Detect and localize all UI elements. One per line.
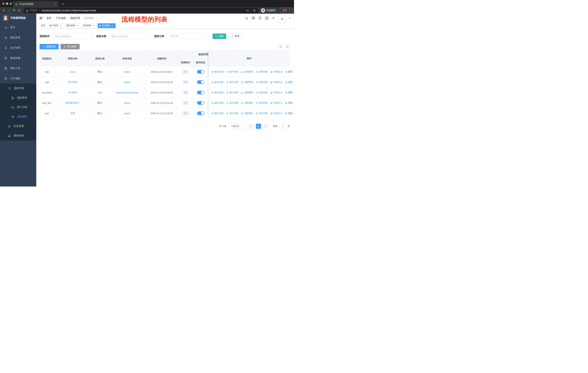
close-tab-icon[interactable]: × [53, 3, 56, 5]
close-window-button[interactable] [2, 2, 5, 5]
active-toggle[interactable] [197, 111, 204, 115]
sidebar-item-6[interactable]: 流程管理 [0, 84, 36, 93]
sidebar-item-8[interactable]: 用户分组 [0, 102, 36, 112]
back-icon[interactable] [1, 8, 6, 13]
model-name-link[interactable]: OA 请假 [68, 91, 77, 94]
action-thumb-link[interactable]: 发布流程 [256, 101, 268, 105]
action-clip-link[interactable]: 流程定义 [270, 112, 283, 115]
filter-name-input[interactable] [109, 33, 151, 39]
sidebar-item-0[interactable]: 首页 [0, 22, 36, 33]
action-gear-link[interactable]: 设计流程 [226, 112, 238, 115]
active-toggle[interactable] [197, 101, 204, 105]
reload-icon[interactable] [12, 8, 16, 13]
tag-1[interactable]: 租户管理× [48, 23, 63, 28]
action-user-fill-link[interactable]: 分配规则 [241, 81, 253, 84]
action-thumb-link[interactable]: 发布流程 [256, 91, 268, 94]
form-link[interactable]: biubiu [124, 71, 130, 73]
page-size-select[interactable]: 10条/页 [229, 124, 246, 129]
breadcrumb-item[interactable]: 首页 [46, 17, 52, 20]
action-clip-link[interactable]: 流程定义 [270, 81, 283, 84]
import-model-button[interactable]: 导入流程 [61, 44, 80, 49]
goto-page-input[interactable] [279, 124, 286, 129]
sidebar-item-4[interactable]: 研发工具 [0, 63, 36, 73]
caret-down-icon[interactable] [289, 17, 291, 19]
url-bar[interactable]: 不安全 dashboard.yudao.iocoder.cn/bpm/manag… [23, 8, 258, 13]
github-icon[interactable] [252, 16, 255, 20]
bookmark-star-icon[interactable] [253, 9, 256, 12]
model-name-link[interactable]: 滔博 [70, 112, 75, 115]
close-tag-icon[interactable]: × [111, 24, 114, 27]
minimize-window-button[interactable] [6, 2, 8, 5]
password-key-icon[interactable] [246, 9, 249, 12]
sidebar-item-11[interactable]: 请假查询 [0, 131, 36, 141]
action-gear-link[interactable]: 设计流程 [226, 81, 238, 84]
refresh-table-button[interactable] [285, 44, 290, 49]
action-thumb-link[interactable]: 发布流程 [256, 70, 268, 73]
close-tag-icon[interactable]: × [76, 24, 78, 27]
tag-0[interactable]: 首页 [39, 23, 47, 28]
sidebar-item-5[interactable]: 工作流程 [0, 73, 36, 84]
sidebar-item-1[interactable]: 系统管理 [0, 33, 36, 43]
update-button[interactable]: 更新 [280, 8, 293, 13]
action-trash-link[interactable]: 删除 [285, 91, 293, 94]
tag-4[interactable]: 流程模型× [98, 23, 116, 28]
toggle-search-button[interactable] [278, 44, 283, 49]
model-name-link[interactable]: 测试多审批人 [65, 101, 80, 104]
active-toggle[interactable] [197, 91, 204, 94]
sidebar-item-2[interactable]: 支付管理 [0, 43, 36, 53]
create-model-button[interactable]: 新建流程 [40, 44, 59, 49]
tag-3[interactable]: 流程表单× [81, 23, 97, 28]
font-size-icon[interactable]: TT [272, 16, 275, 20]
action-pencil-link[interactable]: 修改流程 [211, 70, 223, 73]
sidebar-item-3[interactable]: 基础设施 [0, 53, 36, 63]
filter-category-select[interactable]: 流程分类 [167, 33, 209, 39]
current-page-button[interactable]: 1 [256, 124, 261, 129]
action-thumb-link[interactable]: 发布流程 [256, 81, 268, 84]
model-name-link[interactable]: eeee [70, 71, 75, 73]
sidebar-item-7[interactable]: 流程表单 [0, 93, 36, 102]
collapse-sidebar-icon[interactable] [39, 16, 43, 20]
close-tag-icon[interactable]: × [59, 24, 62, 27]
action-pencil-link[interactable]: 修改流程 [211, 101, 223, 105]
action-clip-link[interactable]: 流程定义 [270, 101, 283, 105]
action-thumb-link[interactable]: 发布流程 [256, 112, 268, 115]
action-clip-link[interactable]: 流程定义 [270, 91, 283, 94]
action-trash-link[interactable]: 删除 [285, 70, 293, 73]
home-icon[interactable] [17, 8, 21, 13]
browser-tab[interactable]: 芋道管理系统 × [13, 1, 58, 7]
forward-icon[interactable] [7, 8, 11, 13]
zoom-window-button[interactable] [10, 2, 12, 5]
action-user-fill-link[interactable]: 分配规则 [241, 112, 253, 115]
breadcrumb-item[interactable]: 流程管理 [70, 17, 80, 20]
breadcrumb-item[interactable]: 工作流程 [56, 17, 66, 20]
help-icon[interactable] [258, 16, 262, 20]
filter-id-input[interactable] [52, 33, 93, 39]
form-link[interactable]: biubiu [124, 102, 130, 104]
fullscreen-icon[interactable] [265, 16, 269, 20]
close-tag-icon[interactable]: × [92, 24, 95, 27]
sidebar-logo-row[interactable]: 芋道管理系统 [0, 14, 36, 22]
action-gear-link[interactable]: 设计流程 [226, 91, 238, 94]
kebab-menu-icon[interactable] [288, 9, 291, 12]
action-clip-link[interactable]: 流程定义 [270, 70, 283, 73]
model-name-link[interactable]: 自己审批 [68, 81, 77, 83]
reset-button[interactable]: 重置 [229, 33, 242, 39]
action-trash-link[interactable]: 删除 [285, 101, 293, 105]
next-page-button[interactable] [263, 124, 268, 129]
action-user-fill-link[interactable]: 分配规则 [241, 101, 253, 105]
action-gear-link[interactable]: 设计流程 [226, 70, 238, 73]
not-secure-warning-icon[interactable] [26, 9, 29, 12]
form-link[interactable]: /bpm/oa/leave/create [116, 91, 138, 94]
avatar[interactable] [279, 15, 285, 22]
action-user-fill-link[interactable]: 分配规则 [241, 70, 253, 73]
sidebar-item-10[interactable]: 任务管理 [0, 121, 36, 131]
sidebar-item-9[interactable]: 流程模型 [0, 112, 36, 121]
search-icon[interactable] [245, 16, 248, 20]
form-link[interactable]: biubiu [124, 81, 130, 84]
action-user-fill-link[interactable]: 分配规则 [241, 91, 253, 94]
form-link[interactable]: biubiu [124, 112, 130, 115]
active-toggle[interactable] [197, 70, 204, 74]
active-toggle[interactable] [197, 80, 204, 84]
action-pencil-link[interactable]: 修改流程 [211, 112, 223, 115]
action-pencil-link[interactable]: 修改流程 [211, 91, 223, 94]
